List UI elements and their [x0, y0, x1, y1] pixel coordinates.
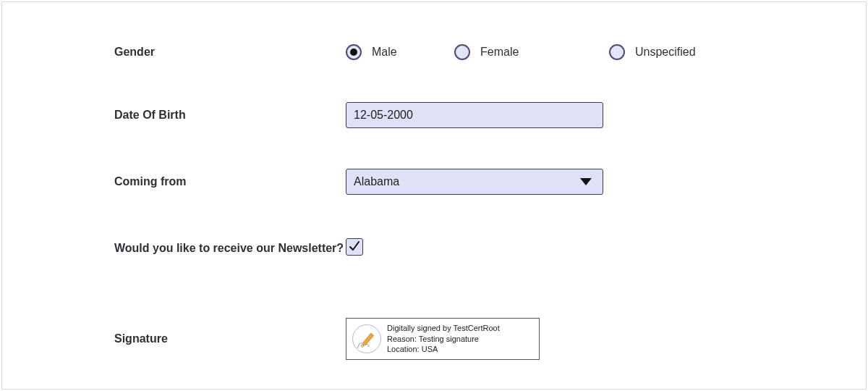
form-frame: Gender Male Female Unspecified Date Of B…	[1, 1, 867, 390]
row-gender: Gender Male Female Unspecified	[114, 44, 808, 60]
label-signature: Signature	[114, 332, 346, 347]
radio-option-female[interactable]: Female	[454, 44, 609, 60]
label-dob: Date Of Birth	[114, 108, 346, 123]
radio-option-unspecified[interactable]: Unspecified	[609, 44, 696, 60]
radio-label-female: Female	[480, 46, 519, 59]
gender-radio-group: Male Female Unspecified	[346, 44, 696, 60]
signature-text: Digitally signed by TestCertRoot Reason:…	[387, 323, 500, 356]
coming-from-select[interactable]: Alabama	[346, 169, 603, 195]
coming-from-select-wrap[interactable]: Alabama	[346, 169, 603, 195]
radio-unspecified[interactable]	[609, 44, 625, 60]
row-signature: Signature Digitally signed by TestCertRo…	[114, 318, 808, 360]
label-gender: Gender	[114, 45, 346, 60]
row-newsletter: Would you like to receive our Newsletter…	[114, 238, 808, 256]
newsletter-checkbox[interactable]	[346, 238, 363, 256]
radio-option-male[interactable]: Male	[346, 44, 454, 60]
row-coming-from: Coming from Alabama	[114, 169, 808, 195]
signature-pen-icon	[352, 324, 381, 353]
svg-rect-1	[362, 333, 373, 345]
radio-male[interactable]	[346, 44, 362, 60]
radio-female[interactable]	[454, 44, 470, 60]
signature-line1: Digitally signed by TestCertRoot	[387, 323, 500, 334]
signature-line3: Location: USA	[387, 344, 500, 355]
radio-label-male: Male	[372, 46, 397, 59]
signature-line2: Reason: Testing signature	[387, 334, 500, 345]
dob-input[interactable]	[346, 102, 603, 128]
radio-label-unspecified: Unspecified	[635, 46, 696, 59]
label-newsletter: Would you like to receive our Newsletter…	[114, 238, 346, 256]
signature-box[interactable]: Digitally signed by TestCertRoot Reason:…	[346, 318, 540, 360]
row-dob: Date Of Birth	[114, 102, 808, 128]
check-icon	[348, 240, 361, 253]
label-coming-from: Coming from	[114, 175, 346, 190]
